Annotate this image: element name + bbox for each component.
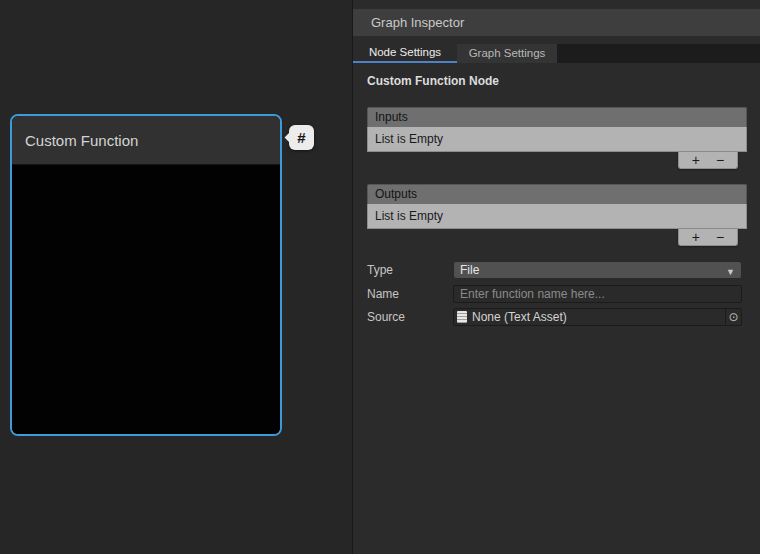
source-object-value: None (Text Asset) bbox=[472, 310, 567, 324]
tabstrip: Node Settings Graph Settings bbox=[353, 44, 760, 63]
source-label: Source bbox=[367, 310, 405, 324]
name-row: Name bbox=[367, 285, 742, 303]
inputs-list: Inputs List is Empty + − bbox=[367, 107, 747, 170]
panel-titlebar[interactable]: Graph Inspector bbox=[353, 9, 760, 36]
graph-canvas[interactable]: Custom Function # bbox=[0, 0, 352, 554]
inputs-add-button[interactable]: + bbox=[692, 153, 700, 167]
tab-graph-settings[interactable]: Graph Settings bbox=[457, 44, 557, 63]
object-picker-icon[interactable]: ⊙ bbox=[725, 309, 741, 325]
inputs-remove-button[interactable]: − bbox=[716, 153, 724, 167]
text-asset-icon bbox=[457, 311, 467, 323]
type-row: Type File ▼ bbox=[367, 261, 742, 279]
type-label: Type bbox=[367, 263, 393, 277]
type-dropdown[interactable]: File ▼ bbox=[453, 261, 742, 279]
outputs-list: Outputs List is Empty + − bbox=[367, 184, 747, 247]
outputs-list-buttons: + − bbox=[678, 229, 738, 246]
graph-inspector-panel: Graph Inspector Node Settings Graph Sett… bbox=[352, 0, 760, 554]
outputs-list-empty-row: List is Empty bbox=[367, 204, 747, 229]
section-title: Custom Function Node bbox=[367, 74, 499, 88]
node-title: Custom Function bbox=[25, 132, 138, 149]
panel-title: Graph Inspector bbox=[371, 15, 464, 30]
inputs-list-header: Inputs bbox=[367, 107, 747, 127]
hash-badge-icon[interactable]: # bbox=[289, 125, 314, 150]
custom-function-node[interactable]: Custom Function bbox=[10, 114, 282, 436]
outputs-add-button[interactable]: + bbox=[692, 230, 700, 244]
type-dropdown-value: File bbox=[460, 263, 479, 277]
chevron-down-icon: ▼ bbox=[726, 264, 735, 280]
name-label: Name bbox=[367, 287, 399, 301]
outputs-list-header: Outputs bbox=[367, 184, 747, 204]
inputs-list-footer: + − bbox=[367, 152, 747, 170]
node-body bbox=[12, 165, 280, 436]
source-object-field[interactable]: None (Text Asset) ⊙ bbox=[453, 308, 742, 326]
outputs-remove-button[interactable]: − bbox=[716, 230, 724, 244]
outputs-list-footer: + − bbox=[367, 229, 747, 247]
inputs-list-buttons: + − bbox=[678, 152, 738, 169]
tab-node-settings[interactable]: Node Settings bbox=[353, 44, 457, 63]
source-row: Source None (Text Asset) ⊙ bbox=[367, 308, 742, 326]
name-input[interactable] bbox=[453, 285, 742, 303]
node-header: Custom Function bbox=[12, 116, 280, 165]
inputs-list-empty-row: List is Empty bbox=[367, 127, 747, 152]
